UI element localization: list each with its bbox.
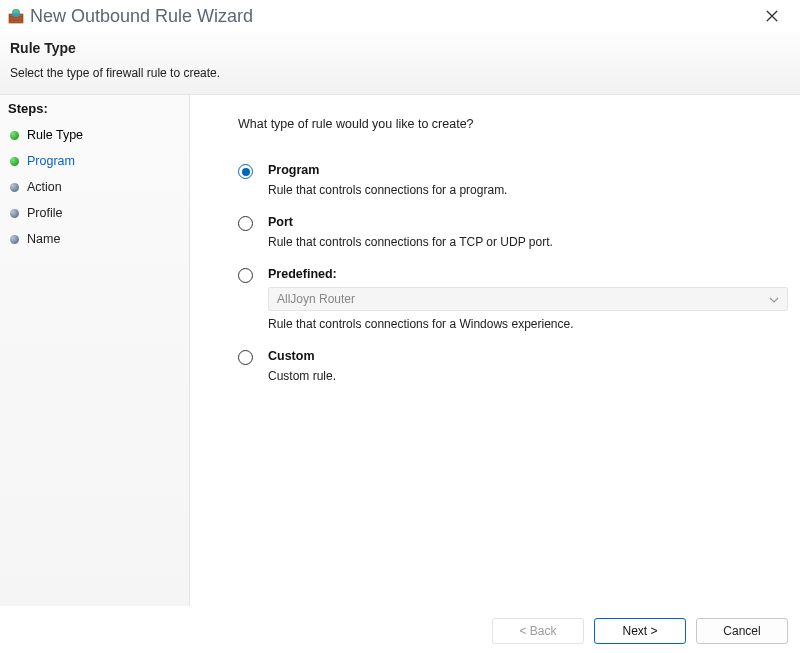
step-name[interactable]: Name [0, 226, 189, 252]
option-desc: Custom rule. [268, 369, 772, 383]
option-program[interactable]: Program Rule that controls connections f… [238, 163, 772, 197]
wizard-body: Steps: Rule Type Program Action Profile … [0, 95, 800, 606]
window-title: New Outbound Rule Wizard [30, 6, 752, 27]
option-desc: Rule that controls connections for a pro… [268, 183, 772, 197]
steps-sidebar: Steps: Rule Type Program Action Profile … [0, 95, 190, 606]
option-desc: Rule that controls connections for a TCP… [268, 235, 772, 249]
wizard-header: Rule Type Select the type of firewall ru… [0, 32, 800, 95]
option-body: Custom Custom rule. [268, 349, 772, 383]
step-label: Action [27, 180, 62, 194]
option-label: Predefined: [268, 267, 788, 281]
content-question: What type of rule would you like to crea… [238, 117, 772, 131]
back-button: < Back [492, 618, 584, 644]
step-program[interactable]: Program [0, 148, 189, 174]
page-title: Rule Type [10, 40, 790, 56]
step-label: Program [27, 154, 75, 168]
option-body: Port Rule that controls connections for … [268, 215, 772, 249]
wizard-content: What type of rule would you like to crea… [190, 95, 800, 606]
option-desc: Rule that controls connections for a Win… [268, 317, 788, 331]
step-action[interactable]: Action [0, 174, 189, 200]
step-bullet-icon [10, 131, 19, 140]
step-rule-type[interactable]: Rule Type [0, 122, 189, 148]
step-profile[interactable]: Profile [0, 200, 189, 226]
option-body: Predefined: AllJoyn Router Rule that con… [268, 267, 788, 331]
radio-program[interactable] [238, 164, 254, 180]
option-custom[interactable]: Custom Custom rule. [238, 349, 772, 383]
option-predefined[interactable]: Predefined: AllJoyn Router Rule that con… [238, 267, 772, 331]
next-button[interactable]: Next > [594, 618, 686, 644]
close-button[interactable] [752, 2, 792, 30]
option-label: Custom [268, 349, 772, 363]
step-bullet-icon [10, 209, 19, 218]
wizard-footer: < Back Next > Cancel [0, 606, 800, 653]
chevron-down-icon [769, 292, 779, 306]
option-port[interactable]: Port Rule that controls connections for … [238, 215, 772, 249]
radio-custom[interactable] [238, 350, 254, 366]
page-subtitle: Select the type of firewall rule to crea… [10, 66, 790, 80]
steps-heading: Steps: [0, 101, 189, 122]
rule-type-options: Program Rule that controls connections f… [238, 163, 772, 383]
step-bullet-icon [10, 235, 19, 244]
step-label: Profile [27, 206, 62, 220]
step-label: Rule Type [27, 128, 83, 142]
step-label: Name [27, 232, 60, 246]
step-bullet-icon [10, 183, 19, 192]
radio-predefined[interactable] [238, 268, 254, 284]
dropdown-value: AllJoyn Router [277, 292, 355, 306]
option-label: Program [268, 163, 772, 177]
option-body: Program Rule that controls connections f… [268, 163, 772, 197]
firewall-icon [8, 8, 24, 24]
step-bullet-icon [10, 157, 19, 166]
predefined-dropdown: AllJoyn Router [268, 287, 788, 311]
radio-port[interactable] [238, 216, 254, 232]
option-label: Port [268, 215, 772, 229]
title-bar: New Outbound Rule Wizard [0, 0, 800, 32]
cancel-button[interactable]: Cancel [696, 618, 788, 644]
